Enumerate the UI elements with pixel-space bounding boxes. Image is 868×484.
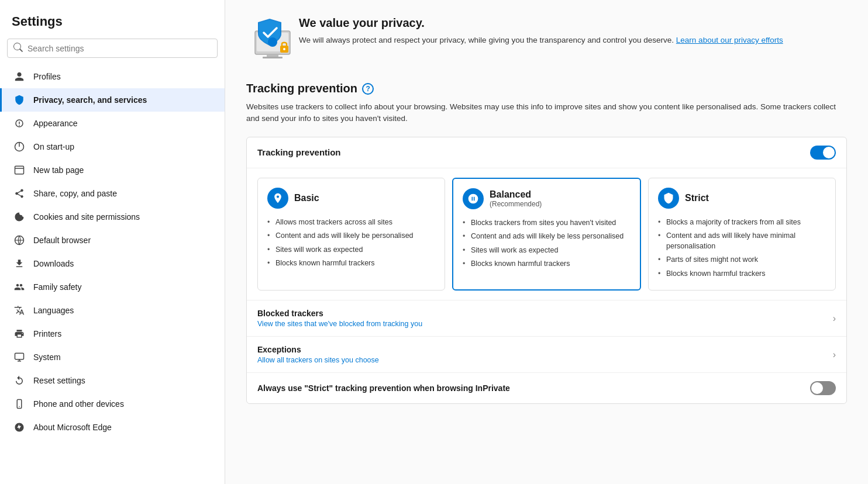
exceptions-label: Exceptions — [257, 345, 379, 354]
languages-label: Languages — [33, 306, 74, 315]
appearance-icon — [13, 117, 25, 129]
sidebar-item-profiles[interactable]: Profiles — [0, 65, 225, 88]
blocked-trackers-sub: View the sites that we've blocked from t… — [257, 320, 422, 328]
sidebar-item-system[interactable]: System — [0, 345, 225, 369]
familysafety-label: Family safety — [33, 282, 81, 292]
svg-rect-6 — [15, 353, 24, 359]
sidebar-item-appearance[interactable]: Appearance — [0, 112, 225, 135]
basic-bullet-2: Sites will work as expected — [267, 243, 435, 257]
sidebar-item-familysafety[interactable]: Family safety — [0, 275, 225, 299]
downloads-label: Downloads — [33, 259, 74, 268]
startup-label: On start-up — [33, 142, 74, 151]
sidebar-item-cookies[interactable]: Cookies and site permissions — [0, 205, 225, 229]
blocked-trackers-chevron: › — [833, 313, 836, 324]
strict-bullet-1: Content and ads will likely have minimal… — [658, 229, 826, 253]
prevention-cards-area: Basic Allows most trackers across all si… — [247, 168, 846, 300]
balanced-subtitle: (Recommended) — [490, 200, 542, 208]
basic-card[interactable]: Basic Allows most trackers across all si… — [257, 178, 445, 291]
search-box[interactable] — [7, 39, 218, 58]
privacy-label: Privacy, search, and services — [33, 95, 147, 105]
strict-card-title: Strict — [658, 188, 826, 209]
sidebar-item-privacy[interactable]: Privacy, search, and services — [0, 88, 225, 112]
privacy-header: We value your privacy. We will always pr… — [246, 16, 847, 63]
balanced-card[interactable]: Balanced (Recommended) Blocks trackers f… — [452, 178, 641, 291]
defaultbrowser-label: Default browser — [33, 236, 91, 245]
strict-bullet-3: Blocks known harmful trackers — [658, 267, 826, 281]
privacy-header-text: We value your privacy. We will always pr… — [299, 16, 783, 46]
strict-inprivate-label: Always use "Strict" tracking prevention … — [257, 383, 510, 393]
strict-card[interactable]: Strict Blocks a majority of trackers fro… — [648, 178, 836, 291]
exceptions-row[interactable]: Exceptions Allow all trackers on sites y… — [247, 336, 846, 372]
profiles-label: Profiles — [33, 72, 61, 81]
printer-icon — [13, 328, 25, 340]
newtab-label: New tab page — [33, 165, 84, 175]
tracking-help-icon[interactable]: ? — [362, 83, 374, 95]
basic-bullet-1: Content and ads will likely be personali… — [267, 229, 435, 243]
phonedevices-label: Phone and other devices — [33, 399, 124, 409]
profiles-icon — [13, 71, 25, 82]
sidebar: Settings Profiles Privacy, search, and s… — [0, 0, 225, 484]
search-input[interactable] — [27, 44, 211, 53]
strict-title: Strict — [685, 193, 709, 203]
startup-icon — [13, 141, 25, 153]
basic-bullet-3: Blocks known harmful trackers — [267, 257, 435, 271]
svg-point-17 — [283, 48, 285, 50]
blocked-trackers-row[interactable]: Blocked trackers View the sites that we'… — [247, 300, 846, 336]
tracking-title: Tracking prevention — [246, 82, 357, 95]
privacy-heading: We value your privacy. — [299, 16, 783, 30]
balanced-bullet-3: Blocks known harmful trackers — [463, 257, 631, 271]
strict-inprivate-toggle[interactable] — [810, 381, 836, 395]
balanced-card-title: Balanced (Recommended) — [463, 188, 631, 209]
basic-icon — [267, 188, 288, 209]
languages-icon — [13, 305, 25, 316]
tracking-toggle[interactable] — [810, 146, 836, 160]
blocked-trackers-label: Blocked trackers — [257, 309, 422, 318]
sidebar-item-startup[interactable]: On start-up — [0, 135, 225, 158]
search-icon — [13, 43, 23, 54]
strict-inprivate-row: Always use "Strict" tracking prevention … — [247, 372, 846, 403]
svg-point-10 — [19, 406, 20, 407]
tracking-desc: Websites use trackers to collect info ab… — [246, 101, 847, 125]
svg-point-15 — [268, 37, 277, 47]
browser-icon — [13, 234, 25, 246]
sharecopy-label: Share, copy, and paste — [33, 189, 117, 198]
privacy-link[interactable]: Learn about our privacy efforts — [676, 36, 783, 44]
basic-bullet-0: Allows most trackers across all sites — [267, 216, 435, 230]
sidebar-item-downloads[interactable]: Downloads — [0, 252, 225, 275]
system-icon — [13, 351, 25, 363]
sidebar-item-defaultbrowser[interactable]: Default browser — [0, 229, 225, 252]
exceptions-chevron: › — [833, 350, 836, 360]
balanced-bullets: Blocks trackers from sites you haven't v… — [463, 216, 631, 271]
privacy-desc: We will always protect and respect your … — [299, 34, 783, 46]
sidebar-item-resetsettings[interactable]: Reset settings — [0, 369, 225, 392]
phone-icon — [13, 398, 25, 410]
svg-rect-2 — [15, 166, 24, 174]
privacy-icon — [13, 94, 25, 106]
sidebar-item-languages[interactable]: Languages — [0, 299, 225, 322]
cookies-label: Cookies and site permissions — [33, 212, 140, 222]
resetsettings-label: Reset settings — [33, 376, 85, 385]
strict-bullets: Blocks a majority of trackers from all s… — [658, 216, 826, 281]
app-title: Settings — [0, 0, 225, 39]
sidebar-item-sharecopy[interactable]: Share, copy, and paste — [0, 182, 225, 205]
svg-rect-13 — [267, 54, 278, 57]
tracking-section-heading: Tracking prevention ? — [246, 82, 847, 95]
sidebar-item-phonedevices[interactable]: Phone and other devices — [0, 392, 225, 416]
cookies-icon — [13, 211, 25, 223]
printers-label: Printers — [33, 329, 61, 338]
sidebar-item-printers[interactable]: Printers — [0, 322, 225, 345]
tracking-prevention-card: Tracking prevention Basic Allows most tr… — [246, 137, 847, 405]
balanced-bullet-1: Content and ads will likely be less pers… — [463, 230, 631, 244]
family-icon — [13, 281, 25, 293]
balanced-icon — [463, 188, 484, 209]
strict-bullet-2: Parts of sites might not work — [658, 253, 826, 267]
basic-card-title: Basic — [267, 188, 435, 209]
exceptions-sub: Allow all trackers on sites you choose — [257, 356, 379, 364]
tracking-card-label: Tracking prevention — [257, 147, 341, 157]
basic-title: Basic — [294, 193, 319, 203]
sidebar-item-newtab[interactable]: New tab page — [0, 158, 225, 182]
downloads-icon — [13, 258, 25, 269]
main-content: We value your privacy. We will always pr… — [225, 0, 868, 484]
svg-rect-14 — [263, 57, 283, 58]
sidebar-item-aboutedge[interactable]: About Microsoft Edge — [0, 416, 225, 439]
